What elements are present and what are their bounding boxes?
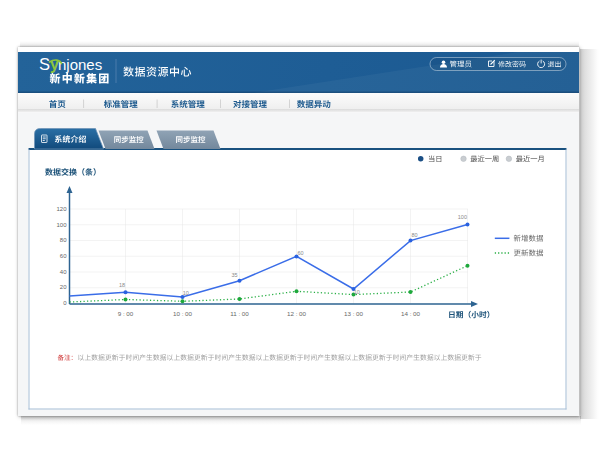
svg-text:120: 120 (56, 206, 67, 212)
svg-text:13 : 00: 13 : 00 (344, 310, 364, 317)
svg-text:40: 40 (60, 269, 67, 275)
svg-text:S: S (39, 55, 50, 73)
svg-text:10: 10 (183, 290, 189, 296)
svg-text:20: 20 (60, 284, 67, 290)
svg-text:12 : 00: 12 : 00 (287, 310, 307, 317)
svg-text:y: y (50, 56, 59, 73)
svg-text:10: 10 (354, 289, 360, 295)
svg-text:80: 80 (411, 232, 417, 238)
svg-text:60: 60 (60, 253, 67, 259)
svg-text:35: 35 (231, 272, 237, 278)
svg-text:9 : 00: 9 : 00 (118, 310, 134, 317)
svg-text:0: 0 (63, 300, 67, 306)
svg-text:11 : 00: 11 : 00 (230, 310, 249, 317)
svg-text:14 : 00: 14 : 00 (401, 310, 421, 317)
svg-text:10 : 00: 10 : 00 (173, 310, 193, 317)
svg-text:100: 100 (458, 214, 467, 220)
svg-text:80: 80 (60, 237, 67, 243)
svg-text:njones: njones (58, 56, 102, 73)
svg-text:100: 100 (56, 222, 67, 228)
svg-text:60: 60 (297, 250, 303, 256)
svg-text:18: 18 (119, 282, 125, 288)
